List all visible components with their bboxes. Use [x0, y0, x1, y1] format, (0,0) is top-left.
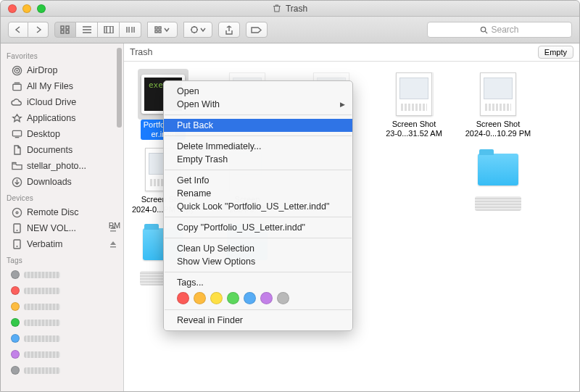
view-coverflow-button[interactable] — [120, 22, 141, 38]
blurred-tag-label — [24, 304, 60, 310]
svg-rect-5 — [155, 30, 157, 33]
sidebar-item-all-my-files[interactable]: All My Files — [1, 78, 123, 94]
svg-rect-18 — [14, 224, 20, 233]
menu-item-open[interactable]: Open — [164, 85, 352, 98]
tag-color-button[interactable] — [177, 292, 189, 304]
sidebar-item-label: Documents — [27, 145, 72, 155]
svg-point-21 — [16, 246, 17, 247]
menu-item-empty-trash[interactable]: Empty Trash — [164, 153, 352, 166]
nav-buttons — [8, 22, 49, 38]
minimize-window-button[interactable] — [22, 4, 31, 13]
view-list-button[interactable] — [76, 22, 98, 38]
tag-color-button[interactable] — [227, 292, 239, 304]
menu-separator — [165, 272, 352, 272]
view-icon-button[interactable] — [54, 22, 76, 38]
svg-rect-6 — [159, 27, 161, 29]
view-column-button[interactable] — [98, 22, 120, 38]
sidebar-tag-item[interactable] — [1, 283, 123, 299]
sidebar-item-remote-disc[interactable]: Remote Disc — [1, 204, 123, 220]
file-name-line2: 2024-0...10.29 PM — [465, 129, 531, 138]
sidebar: Favorites AirDrop All My Files iCloud Dr… — [1, 43, 124, 391]
arrange-button[interactable] — [147, 22, 178, 38]
menu-item-rename[interactable]: Rename — [164, 187, 352, 200]
svg-rect-3 — [66, 30, 69, 33]
sidebar-item-label: Verbatim — [27, 239, 104, 249]
sidebar-section-favorites: Favorites — [1, 48, 123, 62]
file-item[interactable]: Screen Shot 2024-0...10.29 PM — [466, 69, 530, 140]
airdrop-icon — [11, 64, 22, 76]
file-item[interactable]: Screen Shot 23-0...31.52 AM — [382, 69, 446, 140]
sidebar-item-airdrop[interactable]: AirDrop — [1, 62, 123, 78]
svg-rect-13 — [12, 84, 20, 90]
menu-item-delete-immediately[interactable]: Delete Immediately... — [164, 140, 352, 153]
sidebar-tag-item[interactable] — [1, 267, 123, 283]
sidebar-item-verbatim[interactable]: Verbatim — [1, 236, 123, 252]
sidebar-item-downloads[interactable]: Downloads — [1, 174, 123, 190]
window-title-text: Trash — [286, 4, 307, 14]
sidebar-item-documents[interactable]: Documents — [1, 142, 123, 158]
external-disk-icon — [11, 238, 22, 250]
tags-button[interactable] — [246, 22, 268, 38]
tag-color-button[interactable] — [244, 292, 256, 304]
documents-icon — [11, 144, 22, 156]
menu-item-open-with[interactable]: Open With — [164, 98, 352, 111]
tag-color-button[interactable] — [277, 292, 289, 304]
blurred-tag-label — [24, 320, 60, 326]
tag-color-button[interactable] — [210, 292, 223, 304]
sidebar-item-desktop[interactable]: Desktop — [1, 126, 123, 142]
downloads-icon — [11, 176, 22, 188]
location-name: Trash — [130, 47, 153, 57]
search-placeholder: Search — [491, 25, 518, 35]
menu-item-quick-look[interactable]: Quick Look "Portfolio_US_Letter.indd" — [164, 200, 352, 213]
sidebar-tag-item[interactable] — [1, 314, 123, 330]
menu-item-view-options[interactable]: Show View Options — [164, 255, 352, 268]
path-bar: Trash Empty — [124, 43, 579, 62]
sidebar-item-label: All My Files — [27, 81, 73, 91]
menu-item-reveal[interactable]: Reveal in Finder — [164, 314, 352, 327]
sidebar-scrollbar[interactable] — [117, 48, 122, 128]
window-controls — [1, 4, 46, 13]
folder-item[interactable] — [466, 144, 530, 214]
fullscreen-window-button[interactable] — [37, 4, 46, 13]
close-window-button[interactable] — [8, 4, 17, 13]
tag-color-button[interactable] — [260, 292, 273, 304]
applications-icon — [11, 112, 22, 124]
menu-item-copy[interactable]: Copy "Portfolio_US_Letter.indd" — [164, 221, 352, 234]
empty-trash-button[interactable]: Empty — [538, 46, 573, 59]
menu-tags-row — [164, 289, 352, 306]
svg-rect-20 — [14, 240, 20, 249]
sidebar-section-tags: Tags — [1, 252, 123, 267]
sidebar-item-applications[interactable]: Applications — [1, 110, 123, 126]
menu-item-put-back[interactable]: Put Back — [164, 119, 352, 132]
sidebar-item-stellar-photo[interactable]: stellar_photo... — [1, 158, 123, 174]
external-disk-icon — [11, 222, 22, 234]
blurred-name — [475, 196, 521, 211]
forward-button[interactable] — [28, 22, 49, 38]
svg-rect-2 — [61, 30, 64, 33]
tag-dot-icon — [11, 350, 20, 359]
svg-rect-1 — [66, 26, 69, 29]
context-menu: Open Open With Put Back Delete Immediate… — [163, 80, 353, 331]
desktop-icon — [11, 128, 22, 140]
toolbar: Search — [1, 17, 579, 43]
icon-grid[interactable]: exec Portfolio_U er.indd . . — [124, 62, 579, 285]
share-button[interactable] — [218, 22, 240, 38]
sidebar-tag-item[interactable] — [1, 299, 123, 314]
eject-icon[interactable] — [109, 240, 117, 249]
sidebar-tag-item[interactable] — [1, 362, 123, 378]
menu-item-get-info[interactable]: Get Info — [164, 174, 352, 187]
sidebar-tag-item[interactable] — [1, 346, 123, 362]
search-input[interactable]: Search — [427, 22, 572, 38]
sidebar-tag-item[interactable] — [1, 330, 123, 346]
svg-point-17 — [16, 212, 18, 214]
menu-item-clean-up[interactable]: Clean Up Selection — [164, 242, 352, 255]
action-button[interactable] — [183, 22, 212, 38]
blurred-tag-label — [24, 335, 60, 342]
tag-dot-icon — [11, 286, 20, 295]
menu-separator — [165, 135, 352, 136]
back-button[interactable] — [8, 22, 28, 38]
icloud-icon — [11, 96, 22, 108]
svg-point-9 — [481, 27, 486, 31]
tag-color-button[interactable] — [194, 292, 206, 304]
sidebar-item-icloud-drive[interactable]: iCloud Drive — [1, 94, 123, 110]
